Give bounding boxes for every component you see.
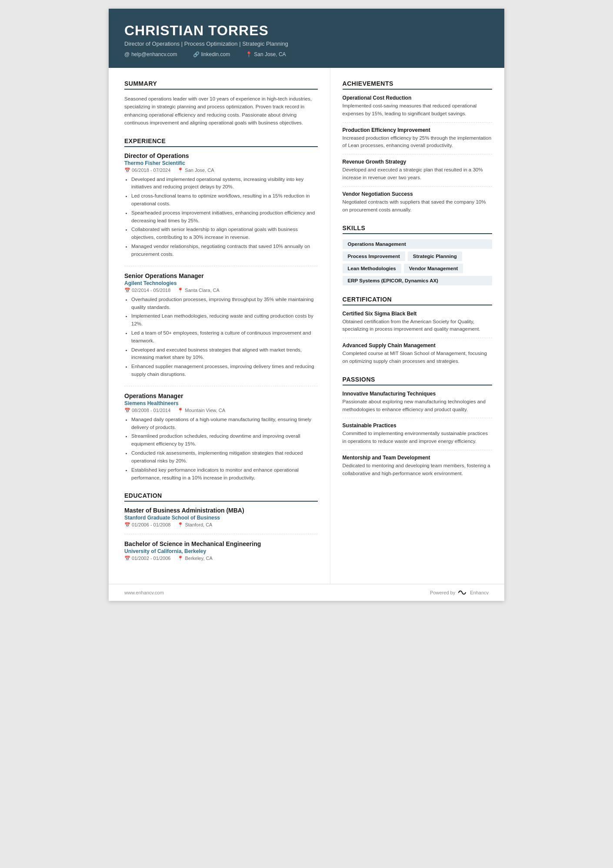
skill-tag-5: Vendor Management [404,264,463,273]
job-meta-3: 📅 08/2008 - 01/2014 📍 Mountain View, CA [124,408,318,413]
right-column: ACHIEVEMENTS Operational Cost Reduction … [330,68,504,584]
bullet: Managed daily operations of a high-volum… [131,416,318,432]
achievement-text-4: Negotiated contracts with suppliers that… [343,198,492,214]
left-column: SUMMARY Seasoned operations leader with … [109,68,330,584]
summary-text: Seasoned operations leader with over 10 … [124,95,318,127]
resume-page: CHRISTIAN TORRES Director of Operations … [109,9,504,601]
cert-title-1: Certified Six Sigma Black Belt [343,311,492,317]
edu-meta-1: 📅 01/2006 - 01/2008 📍 Stanford, CA [124,522,318,528]
passion-title-1: Innovative Manufacturing Techniques [343,391,492,397]
achievement-text-1: Implemented cost-saving measures that re… [343,102,492,118]
header-subtitle: Director of Operations | Process Optimiz… [124,40,489,47]
contact-row: @ help@enhancv.com 🔗 linkedin.com 📍 San … [124,51,489,57]
passion-text-3: Dedicated to mentoring and developing te… [343,462,492,478]
location-contact: 📍 San Jose, CA [246,51,286,57]
edu-dates-1: 📅 01/2006 - 01/2008 [124,522,170,528]
certification-title: CERTIFICATION [343,296,492,305]
bullet: Developed and implemented operational sy… [131,176,318,191]
bullet: Led cross-functional teams to optimize w… [131,192,318,208]
bullet: Developed and executed business strategi… [131,346,318,362]
powered-by-label: Powered by [430,590,455,595]
passion-text-1: Passionate about exploring new manufactu… [343,398,492,414]
header: CHRISTIAN TORRES Director of Operations … [109,9,504,68]
skills-title: SKILLS [343,225,492,234]
enhancv-brand-name: Enhancv [470,590,489,595]
experience-title: EXPERIENCE [124,137,318,147]
skill-tag-1: Operations Management [343,239,492,249]
achievement-text-2: Increased production efficiency by 25% t… [343,134,492,150]
education-title: EDUCATION [124,492,318,502]
summary-title: SUMMARY [124,80,318,90]
achievement-title-4: Vendor Negotiation Success [343,191,492,197]
calendar-icon: 📅 [124,168,130,173]
bullet: Managed vendor relationships, negotiatin… [131,243,318,258]
pin-icon: 📍 [177,408,183,413]
bullet: Collaborated with senior leadership to a… [131,226,318,241]
achievement-3: Revenue Growth Strategy Developed and ex… [343,159,492,187]
edu-dates-2: 📅 01/2002 - 01/2006 [124,556,170,561]
edu-location-1: 📍 Stanford, CA [177,522,212,528]
job-dates-1: 📅 06/2018 - 07/2024 [124,168,170,173]
passions-section: PASSIONS Innovative Manufacturing Techni… [343,376,492,478]
job-bullets-3: Managed daily operations of a high-volum… [124,416,318,482]
achievements-section: ACHIEVEMENTS Operational Cost Reduction … [343,80,492,214]
edu-school-2: University of California, Berkeley [124,548,318,554]
calendar-icon: 📅 [124,288,130,293]
achievement-1: Operational Cost Reduction Implemented c… [343,95,492,123]
skill-tag-6: ERP Systems (EPICOR, Dynamics AX) [343,276,492,285]
job-bullets-1: Developed and implemented operational sy… [124,176,318,258]
experience-section: EXPERIENCE Director of Operations Thermo… [124,137,318,482]
enhancv-logo: Enhancv [458,590,489,596]
bullet: Streamlined production schedules, reduci… [131,432,318,448]
job-entry-3: Operations Manager Siemens Healthineers … [124,392,318,482]
cert-1: Certified Six Sigma Black Belt Obtained … [343,311,492,338]
location-icon: 📍 [246,51,252,57]
skill-tag-2: Process Improvement [343,251,405,261]
passion-title-3: Mentorship and Team Development [343,455,492,461]
achievement-title-2: Production Efficiency Improvement [343,127,492,133]
job-meta-2: 📅 02/2014 - 05/2018 📍 Santa Clara, CA [124,288,318,293]
pin-icon: 📍 [177,168,183,173]
company-2: Agilent Technologies [124,280,318,286]
bullet: Overhauled production processes, improvi… [131,296,318,312]
job-bullets-2: Overhauled production processes, improvi… [124,296,318,379]
cert-text-1: Obtained certification from the American… [343,318,492,334]
job-title-1: Director of Operations [124,152,318,159]
bullet: Conducted risk assessments, implementing… [131,449,318,465]
job-location-1: 📍 San Jose, CA [177,168,214,173]
passions-title: PASSIONS [343,376,492,385]
pin-icon: 📍 [177,288,183,293]
bullet: Implemented Lean methodologies, reducing… [131,312,318,328]
achievement-4: Vendor Negotiation Success Negotiated co… [343,191,492,214]
email-icon: @ [124,51,130,57]
edu-degree-1: Master of Business Administration (MBA) [124,507,318,514]
footer-brand: Powered by Enhancv [430,590,489,596]
edu-meta-2: 📅 01/2002 - 01/2006 📍 Berkeley, CA [124,556,318,561]
job-title-2: Senior Operations Manager [124,272,318,279]
edu-entry-1: Master of Business Administration (MBA) … [124,507,318,534]
email-contact: @ help@enhancv.com [124,51,177,57]
skills-grid: Operations Management Process Improvemen… [343,239,492,285]
job-dates-3: 📅 08/2008 - 01/2014 [124,408,170,413]
edu-entry-2: Bachelor of Science in Mechanical Engine… [124,540,318,561]
job-entry-1: Director of Operations Thermo Fisher Sci… [124,152,318,266]
job-title-3: Operations Manager [124,392,318,399]
job-dates-2: 📅 02/2014 - 05/2018 [124,288,170,293]
bullet: Spearheaded process improvement initiati… [131,209,318,225]
footer: www.enhancv.com Powered by Enhancv [109,584,504,601]
skills-section: SKILLS Operations Management Process Imp… [343,225,492,285]
calendar-icon: 📅 [124,522,130,527]
company-3: Siemens Healthineers [124,400,318,406]
passion-3: Mentorship and Team Development Dedicate… [343,455,492,478]
bullet: Led a team of 50+ employees, fostering a… [131,329,318,345]
job-location-3: 📍 Mountain View, CA [177,408,225,413]
bullet: Established key performance indicators t… [131,466,318,482]
achievements-title: ACHIEVEMENTS [343,80,492,90]
cert-text-2: Completed course at MIT Sloan School of … [343,350,492,365]
skill-tag-4: Lean Methodologies [343,264,401,273]
job-meta-1: 📅 06/2018 - 07/2024 📍 San Jose, CA [124,168,318,173]
certification-section: CERTIFICATION Certified Six Sigma Black … [343,296,492,365]
passion-1: Innovative Manufacturing Techniques Pass… [343,391,492,419]
job-location-2: 📍 Santa Clara, CA [177,288,219,293]
company-1: Thermo Fisher Scientific [124,160,318,166]
